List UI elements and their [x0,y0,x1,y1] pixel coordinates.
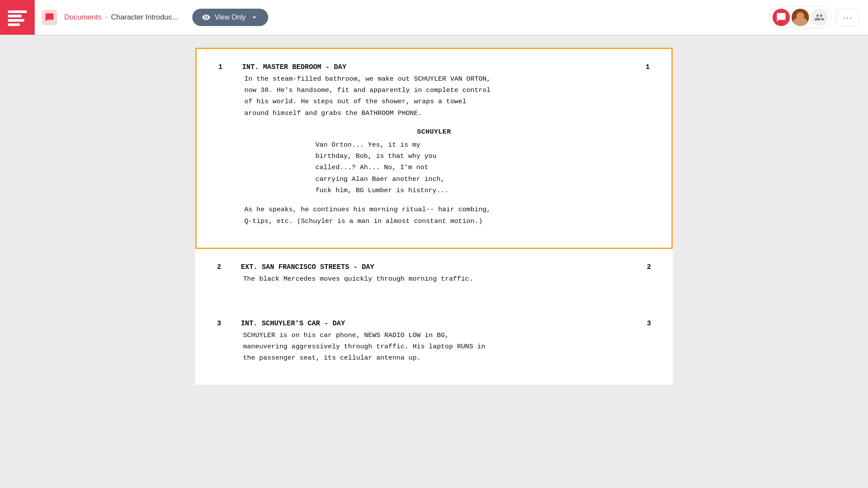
avatar-user1 [792,9,809,26]
scene-2-title: EXT. SAN FRANCISCO STREETS - DAY [241,262,374,273]
breadcrumb-current: Character Introduc... [111,13,178,22]
scene-1-title-area: 1 INT. MASTER BEDROOM - DAY [218,62,645,73]
breadcrumb-documents[interactable]: Documents [64,13,102,22]
avatar-group [769,7,832,28]
main-content: 1 INT. MASTER BEDROOM - DAY 1 In the ste… [0,35,868,488]
scene-3-title-area: 3 INT. SCHUYLER'S CAR - DAY [217,318,647,330]
svg-rect-1 [8,15,22,17]
scene-1: 1 INT. MASTER BEDROOM - DAY 1 In the ste… [195,48,673,249]
scene-3-header: 3 INT. SCHUYLER'S CAR - DAY 3 [217,318,651,330]
svg-rect-0 [8,10,27,13]
message-icon [45,13,54,22]
script-page: 1 INT. MASTER BEDROOM - DAY 1 In the ste… [195,48,673,385]
scene-1-number: 1 [218,62,242,73]
character-schuyler: SCHUYLER [218,127,650,138]
add-users-icon [814,12,825,23]
more-options-button[interactable]: ··· [836,9,859,26]
chevron-down-icon [250,13,259,22]
svg-rect-3 [8,23,20,26]
user-icon [776,12,786,23]
header: Documents › Character Introduc... View O… [0,0,868,35]
scene-1-number-right: 1 [645,62,650,73]
scene-3-number-right: 3 [647,318,651,330]
scene-1-header: 1 INT. MASTER BEDROOM - DAY 1 [218,62,650,73]
scene-2-number: 2 [217,262,241,273]
scene-2-header: 2 EXT. SAN FRANCISCO STREETS - DAY 2 [217,262,651,273]
scene-3-action-1: SCHUYLER is on his car phone, NEWS RADIO… [243,330,651,364]
scene-3-number: 3 [217,318,241,330]
scene-2-title-area: 2 EXT. SAN FRANCISCO STREETS - DAY [217,262,647,273]
breadcrumb: Documents › Character Introduc... [64,13,178,22]
dialogue-schuyler-1: Van Orton... Yes, it is my birthday, Bob… [316,139,553,197]
scene-1-title: INT. MASTER BEDROOM - DAY [242,62,346,73]
scene-2-action-1: The black Mercedes moves quickly through… [243,273,651,285]
view-only-label: View Only [215,13,246,21]
scene-3: 3 INT. SCHUYLER'S CAR - DAY 3 SCHUYLER i… [195,305,673,385]
app-logo [0,0,35,35]
scene-2-number-right: 2 [647,262,651,273]
avatar-add-users [811,9,828,26]
scene-1-action-2: As he speaks, he continues his morning r… [244,204,650,227]
scene-2: 2 EXT. SAN FRANCISCO STREETS - DAY 2 The… [195,249,673,305]
doc-icon [42,10,57,25]
eye-icon [202,13,210,22]
header-right: ··· [769,7,859,28]
avatar-self [773,9,790,26]
logo-icon [7,7,28,28]
scene-1-action-1: In the steam-filled bathroom, we make ou… [244,73,650,119]
view-only-button[interactable]: View Only [192,9,269,26]
breadcrumb-separator: › [105,13,108,22]
svg-rect-2 [8,19,24,22]
scene-3-title: INT. SCHUYLER'S CAR - DAY [241,318,345,330]
